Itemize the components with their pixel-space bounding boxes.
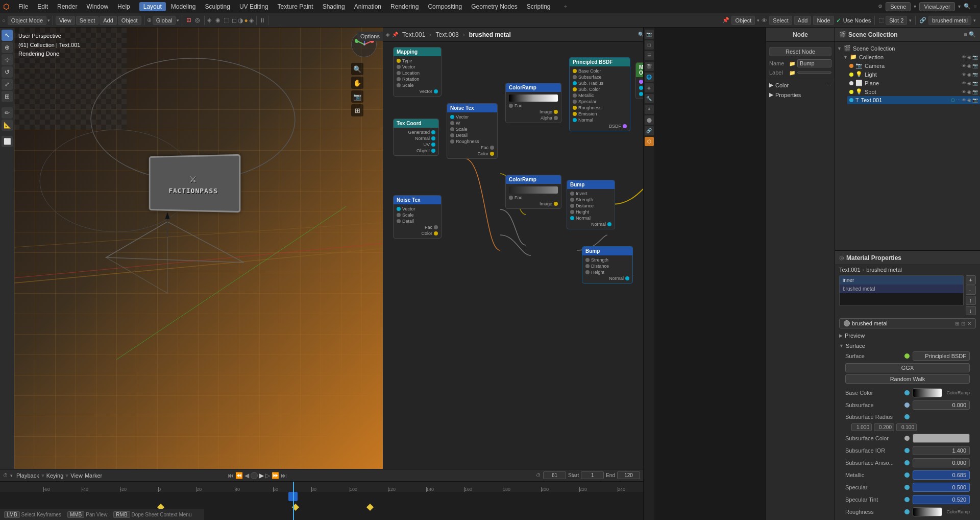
- spot-rnd[interactable]: 📷: [972, 89, 978, 94]
- color-collapsible[interactable]: ▶ Color ⋯: [766, 80, 835, 90]
- sc-filter-icon[interactable]: ≡: [964, 31, 967, 38]
- breadcrumb-text001[interactable]: Text.001: [400, 31, 427, 39]
- mat-new-icon[interactable]: ⊞: [955, 321, 959, 326]
- surface-collapsible[interactable]: ▼ Surface: [839, 342, 976, 350]
- cam-sel[interactable]: ◉: [967, 63, 971, 68]
- tl-prev-frame[interactable]: ◀: [244, 472, 249, 479]
- properties-collapsible[interactable]: ▶ Properties: [766, 90, 835, 100]
- editor-texture[interactable]: Texture Paint: [274, 2, 317, 11]
- plane-rnd[interactable]: 📷: [972, 81, 978, 86]
- object-menu[interactable]: Object: [118, 16, 141, 25]
- node-bump2[interactable]: Bump Strength Distance Height Normal: [582, 246, 633, 283]
- metal-val[interactable]: 0.685: [913, 470, 970, 480]
- options-tab[interactable]: Options: [357, 32, 383, 41]
- mat-down-btn[interactable]: ↓: [966, 306, 976, 315]
- ss-val[interactable]: 0.000: [913, 400, 970, 410]
- rendered-btn[interactable]: ◈: [249, 17, 254, 24]
- nt-object-btn[interactable]: Object: [731, 16, 755, 25]
- psb-material[interactable]: ⬡: [645, 137, 654, 146]
- view-menu[interactable]: View: [56, 16, 75, 25]
- preview-collapsible[interactable]: ▶ Preview: [839, 332, 976, 340]
- psb-object[interactable]: ◈: [645, 83, 654, 92]
- node-noise[interactable]: Noise Tex Vector W Scale Detail Roughnes…: [447, 103, 498, 159]
- nt-node-btn[interactable]: Node: [813, 16, 834, 25]
- add-menu[interactable]: Add: [100, 16, 117, 25]
- psb-constraints[interactable]: 🔗: [645, 126, 654, 135]
- node-principled[interactable]: Principled BSDF Base Color Subsurface Su…: [569, 57, 630, 131]
- light-rnd[interactable]: 📷: [972, 72, 978, 77]
- camera-btn[interactable]: 📷: [351, 90, 363, 103]
- ss-method-val[interactable]: Random Walk: [845, 374, 970, 384]
- wireframe-btn[interactable]: ◻: [232, 17, 237, 24]
- menu-render[interactable]: Render: [53, 2, 81, 11]
- sc-text001[interactable]: T Text.001 ⬡ ⋯ 👁 ◉ 📷: [847, 96, 980, 104]
- transform-tool[interactable]: ⊞: [2, 91, 13, 102]
- mat-remove-btn[interactable]: -: [966, 286, 976, 295]
- editor-shading[interactable]: Shading: [318, 2, 349, 11]
- editor-uv[interactable]: UV Editing: [235, 2, 273, 11]
- tl-play-btn[interactable]: ▶: [259, 472, 264, 479]
- tl-jump-start[interactable]: ⏮: [228, 472, 234, 479]
- sc-plane[interactable]: ⬜ Plane 👁 ◉ 📷: [847, 79, 980, 87]
- psb-world[interactable]: 🌐: [645, 73, 654, 82]
- t1-eye[interactable]: 👁: [962, 98, 966, 103]
- pause-icon[interactable]: ⏸: [259, 17, 265, 24]
- dist-val[interactable]: GGX: [845, 363, 970, 372]
- slot-selector[interactable]: Slot 2: [886, 16, 907, 25]
- menu-window[interactable]: Window: [82, 2, 112, 11]
- tl-next-frame[interactable]: ▷: [265, 472, 270, 479]
- psb-particles[interactable]: ✦: [645, 105, 654, 114]
- rough-val[interactable]: [913, 507, 942, 516]
- light-sel[interactable]: ◉: [967, 72, 971, 77]
- annotate-tool[interactable]: ✏: [2, 107, 13, 119]
- move-tool[interactable]: ⊹: [2, 54, 13, 65]
- plane-sel[interactable]: ◉: [967, 81, 971, 86]
- zoom-in-btn[interactable]: 🔍: [351, 63, 363, 75]
- sc-collection[interactable]: ▼ 📁 Collection 👁 ◉ 📷: [841, 53, 980, 61]
- tl-record-btn[interactable]: [251, 472, 258, 479]
- mat-copy-icon[interactable]: ⊡: [961, 321, 965, 326]
- scene-selector[interactable]: Scene: [886, 2, 911, 11]
- tl-start-val[interactable]: 1: [581, 471, 604, 479]
- show-overlay-icon[interactable]: ◉: [215, 17, 220, 23]
- editor-compositing[interactable]: Compositing: [424, 2, 466, 11]
- node-mapping[interactable]: Mapping Type Vector Location Rotation Sc…: [393, 47, 442, 97]
- measure-tool[interactable]: 📐: [2, 120, 13, 131]
- node-canvas[interactable]: Mapping Type Vector Location Rotation Sc…: [383, 42, 653, 469]
- psb-modifier[interactable]: 🔧: [645, 94, 654, 103]
- sc-col-render[interactable]: 📷: [972, 55, 978, 60]
- add-cube-tool[interactable]: ⬜: [2, 136, 13, 147]
- mat-up-btn[interactable]: ↑: [966, 296, 976, 305]
- ssr-x[interactable]: 1.000: [851, 423, 872, 431]
- menu-help[interactable]: Help: [113, 2, 134, 11]
- select-menu[interactable]: Select: [76, 16, 99, 25]
- node-cr2[interactable]: ColorRamp Fac Image: [505, 175, 561, 209]
- sc-camera[interactable]: 📷 Camera 👁 ◉ 📷: [847, 61, 980, 70]
- name-value[interactable]: Bump: [797, 59, 831, 67]
- spot-eye[interactable]: 👁: [962, 89, 966, 94]
- spot-sel[interactable]: ◉: [967, 89, 971, 94]
- label-value[interactable]: [797, 72, 831, 74]
- reset-node-btn[interactable]: Reset Node: [769, 47, 831, 56]
- sc-spot[interactable]: 💡 Spot 👁 ◉ 📷: [847, 87, 980, 96]
- ssr-z[interactable]: 0.100: [896, 423, 917, 431]
- ssr-y[interactable]: 0.200: [874, 423, 894, 431]
- nt-add-btn[interactable]: Add: [794, 16, 812, 25]
- sc-col-select[interactable]: ◉: [967, 55, 971, 60]
- ssc-color[interactable]: [913, 434, 970, 443]
- ssior-val[interactable]: 1.400: [913, 446, 970, 455]
- viewlayer-selector[interactable]: ViewLayer: [919, 2, 954, 11]
- editor-rendering[interactable]: Rendering: [386, 2, 423, 11]
- node-texcoord[interactable]: Tex Coord Generated Normal UV Object: [393, 119, 439, 156]
- tl-jump-end[interactable]: ⏭: [281, 472, 287, 479]
- select-tool[interactable]: ↖: [2, 30, 13, 41]
- nt-select-btn[interactable]: Select: [769, 16, 792, 25]
- tl-end-val[interactable]: 120: [617, 471, 640, 479]
- tl-view[interactable]: View: [70, 472, 83, 479]
- mode-selector[interactable]: Object Mode: [8, 16, 46, 25]
- material-selector-btn[interactable]: brushed metal: [928, 16, 971, 25]
- tl-next-key[interactable]: ⏩: [272, 472, 279, 479]
- viewport-3d[interactable]: ⚔ FACTIONPASS User Perspective (61) Coll…: [14, 28, 383, 469]
- mat-add-btn[interactable]: +: [966, 275, 976, 285]
- cursor-tool[interactable]: ⊕: [2, 42, 13, 53]
